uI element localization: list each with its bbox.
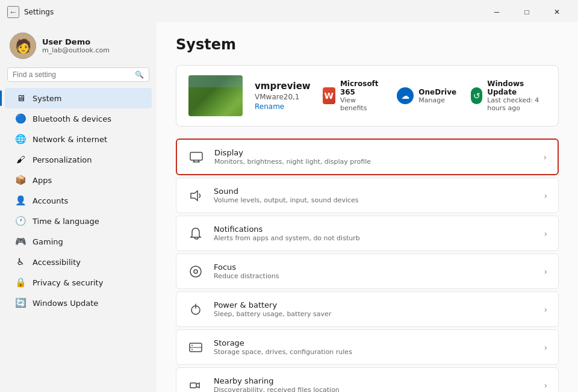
nearby-chevron: › bbox=[544, 381, 547, 390]
power-title: Power & battery bbox=[214, 300, 534, 310]
notifications-icon bbox=[187, 225, 204, 242]
svg-rect-13 bbox=[190, 383, 196, 388]
close-button[interactable]: ✕ bbox=[543, 3, 571, 21]
settings-item-focus[interactable]: Focus Reduce distractions › bbox=[176, 254, 559, 289]
sidebar-label-privacy: Privacy & security bbox=[33, 278, 103, 287]
avatar: 🧑 bbox=[10, 33, 36, 59]
user-name: User Demo bbox=[42, 37, 110, 46]
title-bar: ← Settings ─ □ ✕ bbox=[0, 0, 578, 22]
nearby-title: Nearby sharing bbox=[214, 376, 534, 385]
settings-item-nearby[interactable]: Nearby sharing Discoverability, received… bbox=[176, 367, 559, 392]
notifications-title: Notifications bbox=[214, 225, 534, 234]
sidebar-item-winupdate[interactable]: 🔄 Windows Update bbox=[5, 293, 152, 313]
winupdate-title: Windows Update bbox=[487, 79, 546, 96]
sidebar-item-system[interactable]: 🖥 System bbox=[5, 88, 152, 108]
system-icon: 🖥 bbox=[14, 92, 26, 104]
device-rename-link[interactable]: Rename bbox=[255, 102, 311, 111]
winupdate-icon: ↺ bbox=[471, 87, 482, 104]
user-profile[interactable]: 🧑 User Demo m_lab@outlook.com bbox=[0, 26, 157, 67]
settings-list: Display Monitors, brightness, night ligh… bbox=[176, 138, 559, 392]
accessibility-icon: ♿ bbox=[14, 256, 26, 268]
display-icon bbox=[188, 149, 205, 166]
sidebar-item-apps[interactable]: 📦 Apps bbox=[5, 170, 152, 190]
sound-title: Sound bbox=[214, 187, 534, 196]
settings-item-storage[interactable]: Storage Storage space, drives, configura… bbox=[176, 329, 559, 365]
svg-point-11 bbox=[191, 344, 193, 346]
window-title: Settings bbox=[24, 8, 54, 16]
ms365-title: Microsoft 365 bbox=[340, 79, 382, 96]
device-subtext: VMware20,1 bbox=[255, 93, 311, 101]
time-icon: 🕐 bbox=[14, 215, 26, 227]
sidebar-item-personalization[interactable]: 🖌 Personalization bbox=[5, 149, 152, 170]
winupdate-sub: Last checked: 4 hours ago bbox=[487, 96, 546, 112]
power-chevron: › bbox=[544, 305, 547, 314]
sound-icon bbox=[187, 187, 204, 204]
sidebar-item-gaming[interactable]: 🎮 Gaming bbox=[5, 231, 152, 252]
storage-title: Storage bbox=[214, 338, 534, 347]
sidebar-label-bluetooth: Bluetooth & devices bbox=[33, 114, 111, 123]
focus-desc: Reduce distractions bbox=[214, 272, 534, 280]
onedrive-title: OneDrive bbox=[418, 88, 456, 96]
sidebar: 🧑 User Demo m_lab@outlook.com 🔍 🖥 System… bbox=[0, 22, 157, 392]
sidebar-label-network: Network & internet bbox=[33, 135, 107, 144]
ms365-sub: View benefits bbox=[340, 96, 382, 112]
ms365-icon: W bbox=[323, 87, 335, 104]
svg-marker-4 bbox=[191, 191, 197, 201]
sidebar-item-privacy[interactable]: 🔒 Privacy & security bbox=[5, 272, 152, 293]
search-icon: 🔍 bbox=[135, 70, 144, 79]
sidebar-item-accessibility[interactable]: ♿ Accessibility bbox=[5, 252, 152, 272]
device-name: vmpreview bbox=[255, 81, 311, 92]
ms365-app-link[interactable]: W Microsoft 365 View benefits bbox=[323, 79, 383, 112]
power-icon bbox=[187, 301, 204, 318]
sidebar-label-accessibility: Accessibility bbox=[33, 258, 81, 267]
sidebar-label-system: System bbox=[33, 94, 61, 103]
focus-chevron: › bbox=[544, 267, 547, 276]
focus-icon bbox=[187, 263, 204, 280]
apps-icon: 📦 bbox=[14, 174, 26, 186]
notifications-chevron: › bbox=[544, 229, 547, 238]
storage-desc: Storage space, drives, configuration rul… bbox=[214, 348, 534, 356]
onedrive-app-link[interactable]: ☁ OneDrive Manage bbox=[397, 87, 456, 104]
user-email: m_lab@outlook.com bbox=[42, 46, 110, 54]
notifications-desc: Alerts from apps and system, do not dist… bbox=[214, 234, 534, 242]
sidebar-label-apps: Apps bbox=[33, 176, 52, 185]
sidebar-label-gaming: Gaming bbox=[33, 237, 63, 246]
winupdate-app-link[interactable]: ↺ Windows Update Last checked: 4 hours a… bbox=[471, 79, 546, 112]
accounts-icon: 👤 bbox=[14, 194, 26, 207]
sidebar-item-bluetooth[interactable]: 🔵 Bluetooth & devices bbox=[5, 108, 152, 129]
device-quick-apps: W Microsoft 365 View benefits ☁ OneDrive… bbox=[323, 79, 546, 112]
gaming-icon: 🎮 bbox=[14, 235, 26, 247]
sidebar-label-winupdate: Windows Update bbox=[33, 299, 98, 308]
onedrive-icon: ☁ bbox=[397, 87, 414, 104]
winupdate-sidebar-icon: 🔄 bbox=[14, 297, 26, 309]
nearby-icon bbox=[187, 377, 204, 393]
onedrive-sub: Manage bbox=[418, 96, 456, 104]
sidebar-label-time: Time & language bbox=[33, 217, 99, 226]
settings-item-power[interactable]: Power & battery Sleep, battery usage, ba… bbox=[176, 291, 559, 327]
back-button[interactable]: ← bbox=[7, 6, 19, 18]
device-card: vmpreview VMware20,1 Rename W Microsoft … bbox=[176, 65, 559, 126]
power-desc: Sleep, battery usage, battery saver bbox=[214, 310, 534, 318]
svg-point-6 bbox=[194, 270, 197, 273]
svg-point-12 bbox=[191, 349, 193, 350]
search-input[interactable] bbox=[13, 70, 135, 79]
sidebar-item-network[interactable]: 🌐 Network & internet bbox=[5, 129, 152, 149]
settings-item-sound[interactable]: Sound Volume levels, output, input, soun… bbox=[176, 178, 559, 213]
main-content: System vmpreview VMware20,1 Rename W Mic… bbox=[157, 22, 578, 392]
storage-icon bbox=[187, 339, 204, 356]
focus-title: Focus bbox=[214, 263, 534, 272]
settings-item-notifications[interactable]: Notifications Alerts from apps and syste… bbox=[176, 216, 559, 251]
sidebar-label-personalization: Personalization bbox=[33, 155, 92, 164]
maximize-button[interactable]: □ bbox=[513, 3, 541, 21]
display-title: Display bbox=[214, 148, 533, 157]
display-chevron: › bbox=[543, 152, 547, 162]
bluetooth-icon: 🔵 bbox=[14, 113, 26, 125]
sidebar-item-accounts[interactable]: 👤 Accounts bbox=[5, 190, 152, 211]
sound-desc: Volume levels, output, input, sound devi… bbox=[214, 196, 534, 204]
settings-item-display[interactable]: Display Monitors, brightness, night ligh… bbox=[176, 138, 559, 175]
sidebar-item-time[interactable]: 🕐 Time & language bbox=[5, 211, 152, 231]
minimize-button[interactable]: ─ bbox=[483, 3, 511, 21]
network-icon: 🌐 bbox=[14, 133, 26, 145]
search-box[interactable]: 🔍 bbox=[7, 67, 149, 82]
device-thumbnail bbox=[188, 75, 243, 116]
